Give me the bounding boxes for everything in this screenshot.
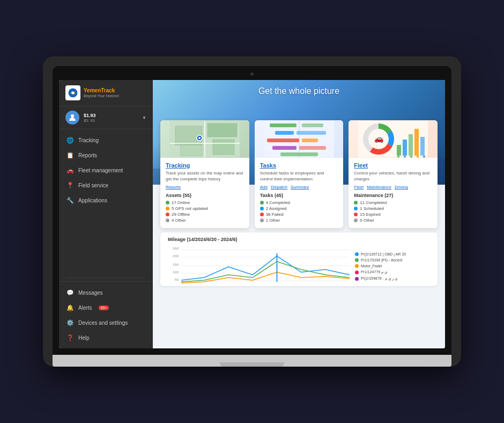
svg-rect-31 [302,123,323,127]
mileage-body: 250 200 150 100 50 [168,245,430,288]
fleet-card-title[interactable]: Fleet [354,162,432,169]
apps-icon: 🔧 [66,196,74,204]
nav-label-messages: Messages [78,290,103,296]
mileage-legend: Pr(2/126712 | OBD | AR 20 Pr1/170209 |PG… [355,245,430,288]
stat-expired: 15 Expired [354,212,432,217]
sidebar-item-applications[interactable]: 🔧 Applications [59,193,153,208]
svg-rect-33 [297,131,326,135]
user-profile[interactable]: $1.93 ID: #1 ▼ [59,106,153,129]
svg-rect-35 [302,138,318,142]
tracking-card-title[interactable]: Tracking [166,162,244,169]
tasks-card-title[interactable]: Tasks [260,162,338,169]
svg-rect-19 [213,140,234,155]
stat-assigned-label: 2 Assigned [266,206,287,211]
stat-completed: 4 Completed [260,200,338,205]
stat-failed: 38 Failed [260,212,338,217]
tasks-summary-link[interactable]: Summary [291,185,309,189]
stat-assigned: 2 Assigned [260,206,338,211]
tasks-dispatch-link[interactable]: Dispatch [271,185,287,189]
svg-rect-37 [299,146,326,150]
sidebar-item-field[interactable]: 📍 Field service [59,178,153,193]
gear-icon: ⚙️ [66,319,74,326]
tasks-card-body: Tasks Schedule tasks to employees and co… [255,158,344,228]
stat-scheduled-label: 1 Scheduled [360,206,383,211]
driving-link[interactable]: Driving [395,185,408,189]
map-visual [170,121,240,157]
hero-title: Get the whole picture [258,86,339,96]
maintenance-link[interactable]: Maintenance [367,185,391,189]
sidebar-item-devices[interactable]: ⚙️ Devices and settings [59,315,153,330]
sidebar-logo: YemenTrack Beyond Your Horizon [59,80,153,106]
completed-dot [260,201,264,205]
sidebar-item-messages[interactable]: 💬 Messages [59,285,153,300]
legend-label-5: Pr(2/154878 - ي ر ي م [361,276,397,281]
nav-label-apps: Applications [78,198,107,203]
camera [250,72,254,76]
scheduled-dot [354,207,358,210]
nav-label-help: Help [78,335,90,341]
fleet-card: 🚗 [349,120,438,228]
stat-scheduled: 1 Scheduled [354,206,432,211]
sidebar-item-tracking[interactable]: 🌐 Tracking [59,133,153,148]
user-name: $1.93 [84,113,138,118]
svg-point-23 [198,137,201,139]
screen: YemenTrack Beyond Your Horizon $1.93 ID:… [59,80,445,348]
location-icon: 📍 [66,181,74,189]
tasks-card-image [255,120,344,158]
laptop-container: YemenTrack Beyond Your Horizon $1.93 ID:… [43,56,461,367]
maint-completed-dot [354,201,358,205]
svg-rect-34 [267,138,299,142]
screen-bezel: YemenTrack Beyond Your Horizon $1.93 ID:… [53,66,451,355]
nav-label-devices: Devices and settings [78,320,128,326]
svg-point-1 [72,92,75,94]
assigned-dot [260,207,264,210]
nav-label-alerts: Alerts [78,305,92,311]
laptop-base [53,355,451,367]
globe-icon: 🌐 [66,136,74,144]
stat-expired-label: 15 Expired [360,212,380,217]
svg-rect-36 [272,146,297,150]
svg-rect-49 [414,129,419,156]
legend-dot-2 [355,258,359,262]
fleet-link[interactable]: Fleet [354,185,364,189]
fleet-stats: 11 Completed 1 Scheduled 15 Expired [354,200,432,223]
svg-text:150: 150 [173,263,179,267]
car-icon: 🚗 [66,166,74,174]
legend-label-2: Pr1/170209 |PG - Accent [361,258,402,262]
user-info: $1.93 ID: #1 [84,113,138,123]
sidebar-item-reports[interactable]: 📋 Reports [59,148,153,163]
help-icon: ❓ [66,334,74,341]
mileage-title: Mileage (14/2024/6/20 - 2024/6) [168,237,430,242]
logo-subtitle: Beyond Your Horizon [84,94,119,98]
legend-item-5: Pr(2/154878 - ي ر ي م [355,276,430,281]
mileage-chart-svg: 250 200 150 100 50 [168,245,350,286]
mileage-chart: 250 200 150 100 50 [168,245,350,288]
stat-other-label: 4 Other [172,218,186,223]
legend-label-4: Pr1/124779 ي م [361,270,387,274]
logo-text: YemenTrack Beyond Your Horizon [84,87,119,98]
stat-other: 4 Other [166,218,244,223]
stat-failed-label: 38 Failed [266,212,284,217]
stat-completed-label: 4 Completed [266,200,290,205]
avatar [65,111,79,125]
svg-text:100: 100 [173,271,179,274]
failed-dot [260,213,264,216]
stat-maint-completed: 11 Completed [354,200,432,205]
stat-other-fleet-label: 0 Other [360,218,374,223]
gantt-visual [264,121,334,157]
tasks-add-link[interactable]: Add [260,185,268,189]
legend-label-3: Motor_Fadel [361,264,382,268]
sidebar-item-fleet[interactable]: 🚗 Fleet management [59,163,153,178]
expired-dot [354,213,358,216]
sidebar: YemenTrack Beyond Your Horizon $1.93 ID:… [59,80,153,348]
tracking-reports-link[interactable]: Reports [166,185,181,189]
legend-dot-1 [355,252,359,256]
sidebar-item-help[interactable]: ❓ Help [59,330,153,345]
sidebar-item-alerts[interactable]: 🔔 Alerts 99+ [59,300,153,315]
tracking-stats: 17 Online 5 GPS not updated 29 Offline [166,200,244,223]
tracking-card-image [160,120,249,158]
legend-label-1: Pr(2/126712 | OBD | AR 20 [361,252,406,256]
fleet-card-links: Fleet Maintenance Driving [354,185,432,189]
nav-label-fleet: Fleet management [78,167,123,173]
tasks-card: Tasks Schedule tasks to employees and co… [255,120,344,228]
